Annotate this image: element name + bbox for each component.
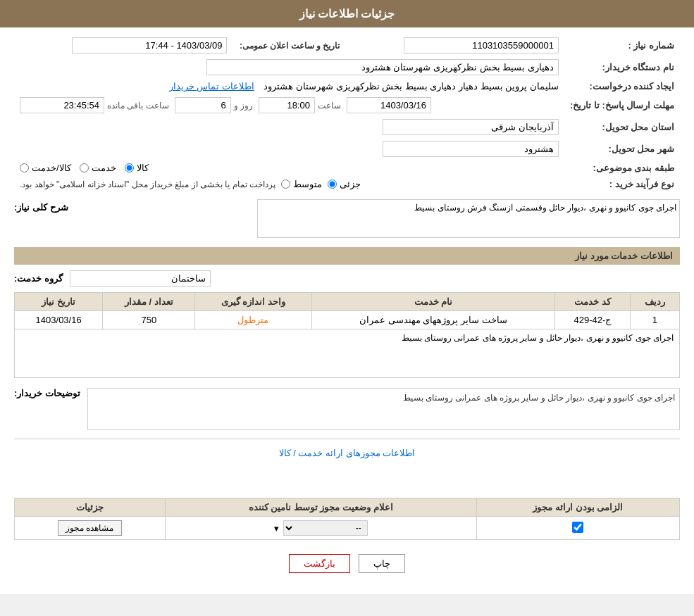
deadline-time-label: ساعت — [318, 101, 341, 111]
buyer-notes-section: توضیحات خریدار: اجرای جوی کانیوو و نهری … — [14, 385, 680, 430]
creator-label: ایجاد کننده درخواست: — [564, 78, 680, 94]
category-khadamat-radio[interactable] — [80, 163, 89, 172]
purchase-type-motoset-label: متوسط — [293, 179, 322, 189]
province-value: آذربایجان شرقی — [383, 119, 559, 135]
purchase-type-note: پرداخت تمام یا بخشی از مبلغ خریداز محل "… — [20, 180, 275, 189]
purchase-type-jozei-label: جزئی — [340, 179, 361, 189]
service-group-label: گروه خدمت: — [14, 273, 63, 284]
service-cell-row: 1 — [630, 311, 679, 329]
category-kala-khadamat-radio[interactable] — [20, 163, 29, 172]
service-col-unit: واحد اندازه گیری — [195, 293, 311, 311]
category-kala-khadamat-label: کالا/خدمت — [32, 163, 71, 173]
deadline-time: 18:00 — [259, 97, 315, 113]
service-notes-textarea[interactable]: اجرای جوی کانیوو و نهری ،دیوار حائل و سا… — [20, 333, 674, 372]
purchase-type-label: نوع فرآیند خرید : — [564, 176, 680, 192]
bottom-buttons: چاپ بازگشت — [14, 554, 680, 573]
deadline-row: ساعت باقی مانده 23:45:54 روز و 6 ساعت 18… — [20, 97, 559, 113]
deadline-remaining-label: ساعت باقی مانده — [107, 101, 169, 111]
main-content: شماره نیاز : 1103103559000001 تاریخ و سا… — [0, 27, 694, 580]
print-button[interactable]: چاپ — [359, 554, 405, 573]
service-col-date: تاریخ نیاز — [15, 293, 103, 311]
category-kala-label: کالا — [137, 163, 149, 173]
description-section: شرح کلی نیاز: // We'll fill this via the… — [14, 199, 680, 240]
service-table: ردیف کد خدمت نام خدمت واحد اندازه گیری ت… — [14, 292, 680, 378]
deadline-date: 1403/03/16 — [347, 97, 431, 113]
buyer-org-label: نام دستگاه خریدار: — [564, 56, 680, 78]
service-cell-date: 1403/03/16 — [15, 311, 103, 329]
city-label: شهر محل تحویل: — [564, 138, 680, 160]
service-table-row: 1 ج-42-429 ساخت سایر پروژههای مهندسی عمر… — [15, 311, 680, 329]
license-row: -- ▾ مشاهده مجوز — [15, 517, 680, 540]
deadline-remaining: 23:45:54 — [20, 97, 104, 113]
announcement-label: تاریخ و ساعت اعلان عمومی: — [240, 41, 340, 51]
section-divider — [14, 439, 680, 439]
service-group-row: گروه خدمت: ساختمان — [14, 270, 680, 287]
service-cell-qty: 750 — [103, 311, 195, 329]
service-col-name: نام خدمت — [311, 293, 555, 311]
service-cell-code: ج-42-429 — [555, 311, 631, 329]
description-label: شرح کلی نیاز: — [14, 199, 68, 213]
buyer-notes-label: توضیحات خریدار: — [14, 385, 80, 398]
service-section-title: اطلاعات خدمات مورد نیاز — [14, 247, 680, 265]
license-status-select[interactable]: -- — [283, 520, 368, 536]
license-table: الزامی بودن ارائه مجوز اعلام وضعیت مجوز … — [14, 498, 680, 540]
back-button[interactable]: بازگشت — [289, 554, 350, 573]
announcement-value: 1403/03/09 - 17:44 — [72, 37, 227, 54]
city-value: هشترود — [383, 141, 559, 157]
service-col-code: کد خدمت — [555, 293, 631, 311]
need-number-label: شماره نیاز : — [564, 34, 680, 56]
license-required-checkbox[interactable] — [572, 522, 583, 533]
description-container: // We'll fill this via the populate scri… — [75, 199, 680, 240]
category-kala-radio[interactable] — [125, 163, 134, 172]
license-col-required: الزامی بودن ارائه مجوز — [476, 498, 679, 517]
creator-value: سلیمان پروین بسیط دهیار دهیاری بسیط بخش … — [264, 81, 559, 92]
service-notes-row: اجرای جوی کانیوو و نهری ،دیوار حائل و سا… — [15, 329, 680, 378]
category-radio-group: کالا/خدمت خدمت کالا — [20, 163, 559, 173]
deadline-days-label: روز و — [234, 101, 253, 111]
license-section-title: اطلاعات مجوزهای ارائه خدمت / کالا — [14, 448, 680, 458]
spacer — [14, 464, 680, 492]
buyer-notes-value: اجرای جوی کانیوو و نهری ،دیوار حائل و سا… — [87, 388, 680, 430]
license-col-status: اعلام وضعیت مجوز توسط نامین کننده — [165, 498, 476, 517]
page-title: جزئیات اطلاعات نیاز — [299, 8, 395, 20]
service-col-row: ردیف — [630, 293, 679, 311]
license-col-details: جزئیات — [15, 498, 166, 517]
buyer-org-value: دهیاری بسیط بخش نظرکهریزی شهرستان هشترود — [206, 59, 559, 75]
basic-info-table: شماره نیاز : 1103103559000001 تاریخ و سا… — [14, 34, 680, 192]
view-license-button[interactable]: مشاهده مجوز — [58, 520, 121, 536]
creator-contact-link[interactable]: اطلاعات تماس خریدار — [169, 81, 254, 92]
category-label: طبقه بندی موضوعی: — [564, 160, 680, 176]
service-cell-unit: مترطول — [195, 311, 311, 329]
need-number-value: 1103103559000001 — [404, 37, 559, 54]
service-group-value: ساختمان — [70, 270, 211, 287]
license-required-cell — [476, 517, 679, 540]
page-container: جزئیات اطلاعات نیاز شماره نیاز : 1103103… — [0, 0, 694, 594]
description-textarea[interactable] — [257, 199, 680, 238]
service-col-qty: تعداد / مقدار — [103, 293, 195, 311]
page-header: جزئیات اطلاعات نیاز — [0, 0, 694, 27]
province-label: استان محل تحویل: — [564, 116, 680, 138]
deadline-label: مهلت ارسال پاسخ: تا تاریخ: — [564, 94, 680, 116]
purchase-type-jozei-radio[interactable] — [328, 180, 337, 189]
purchase-type-row: پرداخت تمام یا بخشی از مبلغ خریداز محل "… — [20, 179, 559, 189]
chevron-down-icon: ▾ — [274, 523, 279, 534]
deadline-days: 6 — [175, 97, 231, 113]
service-cell-name: ساخت سایر پروژههای مهندسی عمران — [311, 311, 555, 329]
category-khadamat-label: خدمت — [92, 163, 116, 173]
purchase-type-motoset-radio[interactable] — [281, 180, 290, 189]
